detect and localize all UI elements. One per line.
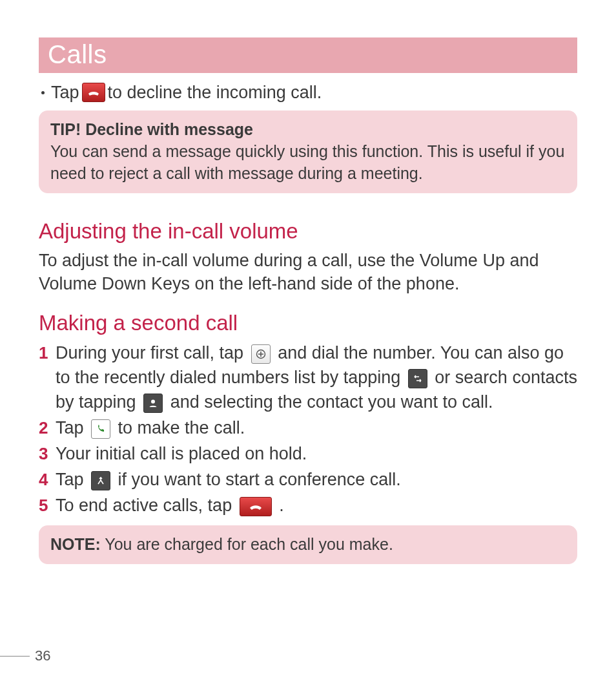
step-number: 2 (39, 415, 56, 440)
contacts-icon (143, 394, 163, 413)
section-heading-volume: Adjusting the in-call volume (39, 219, 577, 244)
note-body: You are charged for each call you make. (101, 535, 393, 553)
step-number: 4 (39, 467, 56, 492)
step-2: 2 Tap to make the call. (39, 415, 577, 440)
bullet-icon (41, 91, 45, 94)
numbered-steps: 1 During your first call, tap and dial t… (39, 341, 577, 518)
step-text: if you want to start a conference call. (118, 470, 401, 489)
step-text: To end active calls, tap (56, 496, 237, 515)
step-5: 5 To end active calls, tap . (39, 493, 577, 518)
step-text: Tap (56, 470, 88, 489)
manual-page: Calls Tap to decline the incoming call. … (0, 0, 616, 694)
merge-calls-icon (91, 471, 110, 490)
step-4: 4 Tap if you want to start a conference … (39, 467, 577, 492)
decline-text-post: to decline the incoming call. (108, 81, 322, 104)
page-number-text: 36 (35, 647, 50, 664)
svg-point-1 (151, 399, 155, 403)
step-number: 3 (39, 441, 56, 466)
step-text: and selecting the contact you want to ca… (170, 392, 493, 412)
step-text: Tap (56, 418, 88, 437)
decline-call-instruction: Tap to decline the incoming call. (39, 81, 577, 104)
tip-body: You can send a message quickly using thi… (50, 140, 566, 184)
call-log-icon (408, 369, 427, 388)
decline-text-pre: Tap (51, 81, 79, 104)
section-heading-second-call: Making a second call (39, 311, 577, 335)
step-number: 1 (39, 341, 56, 365)
note-box: NOTE: You are charged for each call you … (39, 525, 577, 564)
step-text: to make the call. (118, 418, 245, 437)
end-call-icon (240, 497, 272, 516)
step-text: . (279, 496, 284, 515)
add-call-icon (251, 344, 271, 364)
decline-call-icon (82, 83, 105, 102)
step-text: Your initial call is placed on hold. (56, 441, 577, 466)
step-3: 3 Your initial call is placed on hold. (39, 441, 577, 466)
step-text: During your first call, tap (56, 343, 249, 363)
step-number: 5 (39, 493, 56, 518)
tip-box: TIP! Decline with message You can send a… (39, 110, 577, 193)
page-number: 36 (0, 647, 50, 664)
section-body-volume: To adjust the in-call volume during a ca… (39, 249, 577, 295)
page-number-rule (0, 656, 30, 657)
step-1: 1 During your first call, tap and dial t… (39, 341, 577, 414)
page-title: Calls (39, 37, 577, 73)
call-icon (91, 419, 110, 439)
note-label: NOTE: (50, 535, 101, 553)
tip-title: TIP! Decline with message (50, 118, 566, 140)
